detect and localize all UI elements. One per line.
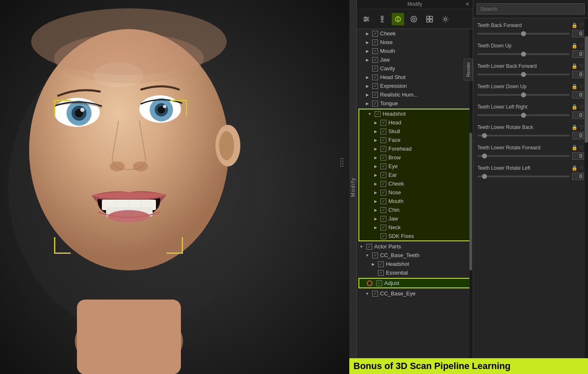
arrow-forehead[interactable]: ▶ <box>373 146 378 152</box>
slider-teeth-lower-left-right[interactable] <box>477 114 570 116</box>
checkbox-headshot-top[interactable] <box>372 74 378 80</box>
checkbox-mouth-top[interactable] <box>372 48 378 54</box>
arrow-eye[interactable]: ▶ <box>373 163 378 169</box>
tree-item-cheek-inner[interactable]: ▶ Cheek <box>359 179 470 188</box>
checkbox-ear[interactable] <box>380 172 386 178</box>
arrow-head[interactable]: ▶ <box>373 120 378 126</box>
arrow-nose-top[interactable]: ▶ <box>364 40 370 45</box>
value-teeth-lower-left-right[interactable] <box>572 111 584 119</box>
tree-item-head[interactable]: ▶ Head <box>359 118 470 127</box>
checkbox-mouth-inner[interactable] <box>380 198 386 204</box>
checkbox-eye[interactable] <box>380 163 386 169</box>
heart-icon-5[interactable]: ♡ <box>579 104 584 110</box>
tree-item-cavity[interactable]: ▶ Cavity <box>357 64 473 73</box>
tree-item-nose-top[interactable]: ▶ Nose <box>357 38 473 47</box>
tree-item-jaw-inner[interactable]: ▶ Jaw <box>359 214 470 223</box>
arrow-face[interactable]: ▶ <box>373 137 378 143</box>
sliders-button[interactable] <box>360 13 373 25</box>
checkbox-realistic[interactable] <box>372 92 378 98</box>
checkbox-cheek-top[interactable] <box>372 31 378 37</box>
value-teeth-lower-rotate-fwd[interactable] <box>572 152 584 160</box>
value-teeth-lower-down-up[interactable] <box>572 91 584 99</box>
props-scrollbar[interactable] <box>585 18 588 374</box>
tree-item-headshot-group[interactable]: ▼ Headshot <box>359 109 470 118</box>
checkbox-cavity[interactable] <box>372 66 378 72</box>
value-teeth-lower-rotate-back[interactable] <box>572 132 584 139</box>
lock-icon-2[interactable]: 🔒 <box>571 43 578 49</box>
tree-item-chin[interactable]: ▶ Chin <box>359 206 470 214</box>
arrow-skull[interactable]: ▶ <box>373 129 378 134</box>
settings-button[interactable] <box>439 13 452 25</box>
arrow-brow[interactable]: ▶ <box>373 155 378 161</box>
arrow-headshot-teeth[interactable]: ▶ <box>370 261 376 267</box>
props-scrollthumb[interactable] <box>585 36 588 143</box>
tree-item-forehead[interactable]: ▶ Forehead <box>359 144 470 153</box>
checkbox-forehead[interactable] <box>380 146 386 152</box>
checkbox-cc-base-eye[interactable] <box>372 291 378 297</box>
heart-icon-7[interactable]: ♡ <box>579 145 584 151</box>
heart-icon-2[interactable]: ♡ <box>579 43 584 49</box>
slider-teeth-back-fwd[interactable] <box>477 33 570 35</box>
checkbox-cc-base-teeth[interactable] <box>372 253 378 258</box>
heart-icon-4[interactable]: ♡ <box>579 84 584 89</box>
checkbox-cheek-inner[interactable] <box>380 181 386 187</box>
lock-icon-1[interactable]: 🔒 <box>571 22 578 28</box>
slider-teeth-lower-back-fwd[interactable] <box>477 74 570 75</box>
render-tab[interactable]: Render <box>464 58 473 81</box>
search-input[interactable] <box>477 3 585 15</box>
pose-button[interactable] <box>408 13 420 25</box>
tree-item-brow[interactable]: ▶ Brow <box>359 153 470 162</box>
slider-teeth-down-up[interactable] <box>477 53 570 55</box>
checkbox-jaw-top[interactable] <box>372 57 378 63</box>
arrow-cheek-top[interactable]: ▶ <box>364 31 370 37</box>
checkbox-expression[interactable] <box>372 83 378 89</box>
checkbox-chin[interactable] <box>380 207 386 213</box>
tree-item-sdk-fixes[interactable]: ▶ SDK Fixes <box>359 232 470 240</box>
tree-item-essential[interactable]: ▶ Essential <box>357 268 473 277</box>
tree-item-cc-base-eye[interactable]: ▼ CC_Base_Eye <box>357 289 473 298</box>
arrow-realistic[interactable]: ▶ <box>364 92 370 98</box>
tree-scrollthumb[interactable] <box>469 133 472 271</box>
tree-item-face[interactable]: ▶ Face <box>359 136 470 144</box>
arrow-headshot-top[interactable]: ▶ <box>364 74 370 80</box>
checkbox-jaw-inner[interactable] <box>380 216 386 222</box>
checkbox-adjust[interactable] <box>376 280 382 286</box>
lock-icon-3[interactable]: 🔒 <box>571 63 578 69</box>
lock-icon-7[interactable]: 🔒 <box>571 145 578 151</box>
morph-button[interactable] <box>392 13 404 25</box>
arrow-neck[interactable]: ▶ <box>373 225 378 230</box>
checkbox-headshot-teeth[interactable] <box>378 261 384 267</box>
tree-item-jaw-top[interactable]: ▶ Jaw <box>357 55 473 64</box>
heart-icon-8[interactable]: ♡ <box>579 165 584 171</box>
arrow-actor-parts[interactable]: ▼ <box>358 244 364 250</box>
checkbox-nose-top[interactable] <box>372 40 378 45</box>
checkbox-skull[interactable] <box>380 129 386 134</box>
tree-item-eye[interactable]: ▶ Eye <box>359 162 470 171</box>
arrow-nose-inner[interactable]: ▶ <box>373 190 378 196</box>
arrow-ear[interactable]: ▶ <box>373 172 378 178</box>
value-teeth-down-up[interactable] <box>572 50 584 58</box>
arrow-expression[interactable]: ▶ <box>364 83 370 89</box>
slider-teeth-lower-rotate-fwd[interactable] <box>477 155 570 157</box>
checkbox-brow[interactable] <box>380 155 386 161</box>
panel-drag-handle[interactable] <box>340 158 343 167</box>
figure-button[interactable] <box>376 13 388 25</box>
value-teeth-lower-back-fwd[interactable] <box>572 71 584 78</box>
tree-item-ear[interactable]: ▶ Ear <box>359 171 470 179</box>
tree-item-adjust[interactable]: ▶ Adjust <box>358 278 471 288</box>
arrow-mouth-inner[interactable]: ▶ <box>373 198 378 204</box>
arrow-tongue[interactable]: ▶ <box>364 101 370 107</box>
checkbox-essential[interactable] <box>378 270 384 276</box>
value-teeth-back-fwd[interactable] <box>572 30 584 37</box>
checkbox-sdk-fixes[interactable] <box>380 233 386 239</box>
lock-icon-4[interactable]: 🔒 <box>571 84 578 89</box>
close-icon[interactable]: ✕ <box>465 1 469 7</box>
tree-item-headshot-top[interactable]: ▶ Head Shot <box>357 73 473 82</box>
value-teeth-lower-rotate-left[interactable] <box>572 173 584 180</box>
heart-icon-6[interactable]: ♡ <box>579 124 584 130</box>
heart-icon-3[interactable]: ♡ <box>579 63 584 69</box>
checkbox-tongue[interactable] <box>372 101 378 107</box>
slider-teeth-lower-down-up[interactable] <box>477 94 570 96</box>
tree-item-skull[interactable]: ▶ Skull <box>359 127 470 136</box>
checkbox-face[interactable] <box>380 137 386 143</box>
